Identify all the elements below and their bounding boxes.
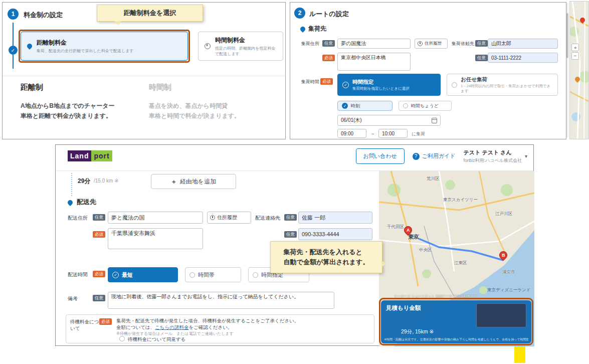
pickup-address-detail-textarea[interactable]: 東京都中央区日本橋 [337,53,411,71]
pickup-time-option-flexible[interactable]: お任せ集荷 1～24時間以内の間で取引・集荷おまかせで利用できます [447,74,558,96]
estimate-note: ※時間・距離は目安です。交通状況の影響や荷物の積み下ろし時間を考慮したうえで、余… [384,337,528,342]
pickup-history-label: 住所履歴 [425,41,442,47]
logo-port: port [91,150,112,161]
check-icon: ✓ [112,272,119,278]
time-separator: ～ [370,131,375,137]
delivery-contact-label: 配送連絡先 [255,215,280,222]
delivery-contact-input[interactable] [298,212,372,224]
map-label: 東京 [408,233,419,241]
waiting-fee-agree-radio[interactable] [119,336,125,341]
delivery-address-detail-textarea[interactable]: 千葉県浦安市舞浜 [108,228,203,249]
estimate-overlay: 見積もり金額 29分, 15km ※ ※時間・距離は目安です。交通状況の影響や荷… [381,300,531,343]
delivery-address-label: 配送住所 [68,215,88,222]
pickup-time-option-specified[interactable]: ✓ 時間指定 集荷時刻を指定したいときに選択 [337,74,441,96]
fee-table-link[interactable]: こちらの諸料金 [155,324,188,330]
zoom-in-button[interactable]: ＋ [571,44,579,51]
pin-icon [26,43,33,50]
route-panel-title: ルートの設定 [309,10,349,19]
user-org: forBiz利用:ハコベル株式会社 [464,157,522,164]
route-dotted-line [71,173,72,196]
chip-label: 時間帯 [198,271,215,279]
optional-badge: 任意 [93,295,105,301]
radio-icon [452,82,457,88]
option-text: お任せ集荷 1～24時間以内の間で取引・集荷おまかせで利用できます [461,76,553,94]
delivery-time-earliest-chip[interactable]: ✓ 最短 [108,267,178,282]
estimate-title: 見積もり金額 [386,304,421,312]
add-waypoint-button[interactable]: ＋ 経由地を追加 [151,174,236,189]
scrollbar[interactable] [566,3,568,137]
option-text: 時間指定 集荷時刻を指定したいときに選択 [352,79,410,91]
time-detail-body: 基点を決め、基点から時間貸 車格と時間で料金が決まります。 [149,101,269,121]
optional-badge: 任意 [93,214,105,221]
user-texts: テスト テスト さん forBiz利用:ハコベル株式会社 [464,149,522,164]
distance-fare-title: 距離制料金 [37,39,134,47]
optional-badge: 任意 [475,40,488,47]
date-value: 06/01(木) [341,117,362,124]
pickup-contact-label: 集荷依頼先 [452,41,474,47]
add-waypoint-label: 経由地を追加 [180,177,216,186]
required-badge: 必須 [93,271,105,277]
pickup-date-input[interactable]: 06/01(木) [337,115,441,126]
yellow-highlight-marker [514,346,525,363]
waiting-fee-agree-label: 待機料金について同意する [128,336,185,343]
pickup-time-label: 集荷時間 [301,79,319,85]
marker-a-label: A [407,228,410,233]
distance-fare-card[interactable]: 距離制料金 集荷、配送先の走行距離で算出した料金で配送します [21,32,188,61]
waiting-fee-note: ※待機が発生する場合はメール、または電話でご連絡いたします [116,331,234,336]
optional-badge: 任意 [284,214,297,221]
chip-label: 最短 [122,271,133,279]
pickup-phone-input[interactable] [488,53,558,63]
marker-b-label: B [502,253,505,258]
map[interactable]: 荒川区 東京スカイツリー 江戸川区 千代田区 東京 中央区 江東区 浦安市 東京… [379,171,534,346]
zoom-out-button[interactable]: − [571,52,579,60]
mini-map[interactable]: ＋ − [569,1,589,139]
history-clock-icon [418,41,423,46]
option-desc: 集荷時刻を指定したいときに選択 [352,86,410,91]
contact-button[interactable]: お問い合わせ [356,148,405,164]
mini-map-tiles [570,2,589,139]
required-badge: 必須 [322,55,335,61]
delivery-pin-icon [67,199,74,206]
delivery-address-history-button[interactable]: 住所履歴 [207,212,251,224]
pickup-section-title: 集荷先 [308,25,326,33]
scrollbar-thumb[interactable] [566,13,568,58]
pickup-address-history-button[interactable]: 住所履歴 [415,39,448,49]
option-title: お任せ集荷 [461,76,553,83]
chip-label: 時刻 [351,103,360,109]
fare-settings-panel: 1 料金制の設定 ✓ 距離制料金 集荷、配送先の走行距離で算出した料金で配送しま… [2,2,286,139]
pickup-time-from-input[interactable] [337,129,366,138]
time-suffix: に集荷 [412,131,425,137]
pickup-address-input[interactable] [337,39,411,49]
step-check-icon: ✓ [9,46,18,55]
time-fare-card[interactable]: 時間制料金 指定の時間、距離圏内を指定料金で配送します [198,32,283,61]
radio-icon [189,272,195,278]
delivery-address-input[interactable] [108,212,203,224]
logo[interactable]: Landport [68,151,112,160]
time-fare-desc: 指定の時間、距離圏内を指定料金で配送します [215,46,277,57]
chevron-down-icon: ▾ [525,153,527,159]
guide-label: ご利用ガイド [422,152,456,160]
map-label: 浦安市 [502,269,515,275]
notes-textarea[interactable]: 現地に到着後、佐藤一郎さんまでお電話をし、指示に従って納品をしてください。 [108,292,334,309]
estimate-tooltip-text: 集荷先・配送先を入れると 自動で金額が算出されます。 [284,247,369,267]
header-controls: お問い合わせ ? ご利用ガイド テスト テスト さん forBiz利用:ハコベル… [356,148,527,164]
distance-detail-title: 距離制 [21,83,43,92]
delivery-time-window-chip[interactable]: 時間帯 [185,267,241,282]
map-attribution: キーボード ショートカット 地図データ ©2023 利用規約 [394,294,532,299]
estimate-amount-redacted [476,303,526,327]
waiting-fee-text2: 金額については、こちらの諸料金をご確認ください。 [116,324,232,331]
guide-link[interactable]: ? ご利用ガイド [413,152,456,160]
pickup-mode-sharp-chip[interactable]: 時間ちょうど [399,101,452,111]
fare-panel-title: 料金制の設定 [24,11,63,20]
check-icon: ✓ [342,103,348,109]
pickup-mode-exact-chip[interactable]: ✓ 時刻 [337,101,392,111]
estimate-tooltip: 集荷先・配送先を入れると 自動で金額が算出されます。 [270,241,382,273]
check-icon: ✓ [342,82,349,88]
pickup-contact-input[interactable] [488,39,558,49]
delivery-phone-input[interactable] [298,228,372,240]
user-menu[interactable]: テスト テスト さん forBiz利用:ハコベル株式会社 ▾ [464,149,527,164]
radio-icon [403,103,408,108]
pickup-time-to-input[interactable] [378,129,408,138]
notes-label: 備考 [68,295,78,302]
time-fare-title: 時間制料金 [215,36,277,45]
